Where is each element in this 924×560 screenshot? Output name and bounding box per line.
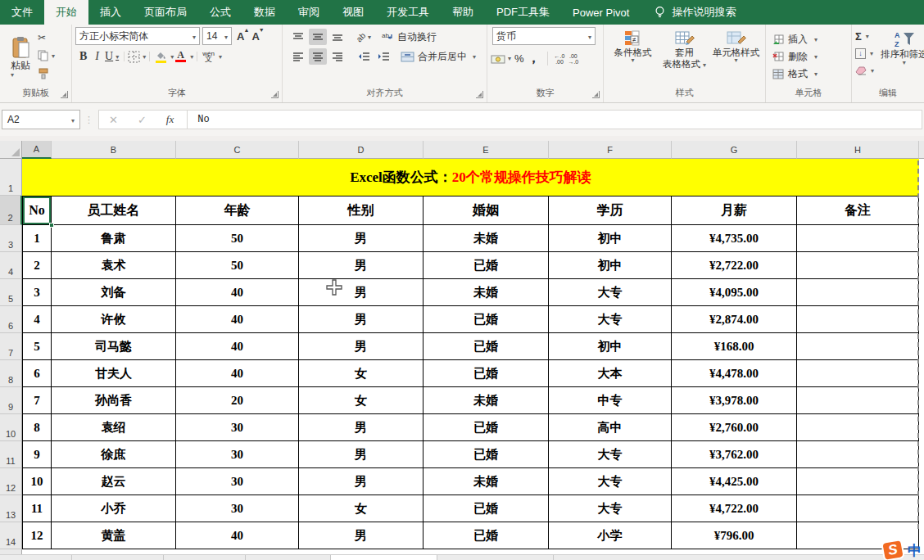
tab-home[interactable]: 开始 [44, 0, 88, 25]
cell-r9c6[interactable]: ¥3,978.00 [672, 387, 797, 414]
cell-r10c3[interactable]: 男 [299, 414, 424, 441]
cell-r6c0[interactable]: 4 [22, 306, 52, 333]
cell-r4c1[interactable]: 袁术 [52, 252, 176, 279]
format-as-table-button[interactable]: 套用 表格格式 [659, 27, 710, 87]
cell-r3c3[interactable]: 男 [299, 225, 424, 252]
insert-function-icon[interactable]: fx [156, 113, 183, 126]
header-cell-3[interactable]: 性别 [299, 196, 424, 225]
cell-r9c3[interactable]: 女 [299, 387, 424, 414]
cell-r11c0[interactable]: 9 [22, 441, 52, 468]
cell-r14c1[interactable]: 黄盖 [52, 522, 176, 549]
cell-r3c4[interactable]: 未婚 [424, 225, 549, 252]
cell-r13c6[interactable]: ¥4,722.00 [672, 495, 797, 522]
cell-r12c0[interactable]: 10 [22, 468, 52, 495]
orientation-button[interactable]: ab [355, 29, 373, 45]
cell-r5c7[interactable] [797, 279, 919, 306]
cell-r3c5[interactable]: 初中 [549, 225, 672, 252]
header-cell-7[interactable]: 备注 [797, 196, 919, 225]
title-cell[interactable]: Excel函数公式：20个常规操作技巧解读 [22, 159, 919, 196]
cell-r5c4[interactable]: 未婚 [424, 279, 549, 306]
cell-r12c3[interactable]: 男 [299, 468, 424, 495]
cell-r13c0[interactable]: 11 [22, 495, 52, 522]
cell-r8c7[interactable] [797, 360, 919, 387]
cell-r4c6[interactable]: ¥2,722.00 [672, 252, 797, 279]
decrease-indent-button[interactable] [355, 48, 373, 65]
cell-r5c1[interactable]: 刘备 [52, 279, 176, 306]
cell-r10c7[interactable] [797, 414, 919, 441]
column-header-E[interactable]: E [424, 141, 549, 159]
clear-button[interactable] [855, 63, 874, 78]
cell-r7c0[interactable]: 5 [22, 333, 52, 360]
row-header-12[interactable]: 12 [0, 468, 22, 495]
row-header-8[interactable]: 8 [0, 360, 22, 387]
cell-r13c5[interactable]: 大专 [549, 495, 672, 522]
cell-r7c7[interactable] [797, 333, 919, 360]
cell-r6c6[interactable]: ¥2,874.00 [672, 306, 797, 333]
cell-r13c3[interactable]: 女 [299, 495, 424, 522]
increase-indent-button[interactable] [374, 48, 392, 65]
phonetic-guide-button[interactable]: wén文 [201, 51, 222, 62]
cell-r5c5[interactable]: 大专 [549, 279, 672, 306]
cell-r3c6[interactable]: ¥4,735.00 [672, 225, 797, 252]
number-format-select[interactable]: 货币 [492, 27, 596, 45]
header-cell-1[interactable]: 员工姓名 [52, 196, 176, 225]
font-dialog-launcher-icon[interactable] [271, 91, 279, 98]
autosum-button[interactable]: Σ [855, 29, 874, 43]
tab-developer[interactable]: 开发工具 [375, 0, 441, 25]
cell-r14c3[interactable]: 男 [299, 522, 424, 549]
row-header-14[interactable]: 14 [0, 522, 22, 549]
column-header-F[interactable]: F [549, 141, 672, 159]
merge-center-button[interactable]: 合并后居中 [401, 50, 476, 64]
column-header-A[interactable]: A [22, 141, 52, 159]
increase-decimal-button[interactable]: ←.0.00 [555, 53, 565, 65]
cell-r3c7[interactable] [797, 225, 919, 252]
cell-r5c3[interactable]: 男 [299, 279, 424, 306]
cell-r11c7[interactable] [797, 441, 919, 468]
cell-r8c5[interactable]: 大本 [549, 360, 672, 387]
cell-r8c3[interactable]: 女 [299, 360, 424, 387]
cell-r3c1[interactable]: 鲁肃 [52, 225, 176, 252]
sort-filter-button[interactable]: AZ 排序和筛选 [881, 27, 924, 87]
row-header-10[interactable]: 10 [0, 414, 22, 441]
cell-r10c6[interactable]: ¥2,760.00 [672, 414, 797, 441]
row-header-7[interactable]: 7 [0, 333, 22, 360]
cell-r8c1[interactable]: 甘夫人 [52, 360, 176, 387]
font-size-select[interactable]: 14 [202, 27, 232, 45]
cell-r11c2[interactable]: 30 [176, 441, 299, 468]
cell-r3c2[interactable]: 50 [176, 225, 299, 252]
accounting-format-button[interactable] [491, 54, 511, 64]
borders-button[interactable] [128, 51, 146, 63]
decrease-font-size-button[interactable]: A▼ [249, 30, 261, 43]
alignment-dialog-launcher-icon[interactable] [476, 91, 483, 98]
cell-r12c7[interactable] [797, 468, 919, 495]
decrease-decimal-button[interactable]: .00→.0 [568, 53, 578, 65]
tell-me[interactable]: 操作说明搜索 [645, 0, 744, 25]
cell-r4c3[interactable]: 男 [299, 252, 424, 279]
cell-r14c0[interactable]: 12 [22, 522, 52, 549]
row-header-4[interactable]: 4 [0, 252, 22, 279]
cell-r11c1[interactable]: 徐庶 [52, 441, 176, 468]
cell-r7c1[interactable]: 司马懿 [52, 333, 176, 360]
cell-r6c3[interactable]: 男 [299, 306, 424, 333]
cell-r4c7[interactable] [797, 252, 919, 279]
comma-style-button[interactable]: ， [528, 50, 541, 67]
clipboard-dialog-launcher-icon[interactable] [61, 91, 68, 98]
tab-data[interactable]: 数据 [242, 0, 287, 25]
tab-pdf-tools[interactable]: PDF工具集 [485, 0, 561, 25]
tab-insert[interactable]: 插入 [88, 0, 133, 25]
cell-r11c3[interactable]: 男 [299, 441, 424, 468]
fill-button[interactable]: ↓ [855, 46, 874, 61]
cell-r13c4[interactable]: 已婚 [424, 495, 549, 522]
cell-r11c5[interactable]: 大专 [549, 441, 672, 468]
column-header-B[interactable]: B [52, 141, 176, 159]
cell-r7c4[interactable]: 已婚 [424, 333, 549, 360]
row-header-1[interactable]: 1 [0, 159, 22, 196]
cell-r7c3[interactable]: 男 [299, 333, 424, 360]
formula-bar-drag-handle[interactable]: ⋮ [84, 115, 94, 125]
cell-r12c4[interactable]: 未婚 [424, 468, 549, 495]
row-header-3[interactable]: 3 [0, 225, 22, 252]
header-cell-6[interactable]: 月薪 [672, 196, 797, 225]
cell-r6c5[interactable]: 大专 [549, 306, 672, 333]
select-all-corner[interactable] [0, 141, 22, 159]
tab-page-layout[interactable]: 页面布局 [133, 0, 198, 25]
